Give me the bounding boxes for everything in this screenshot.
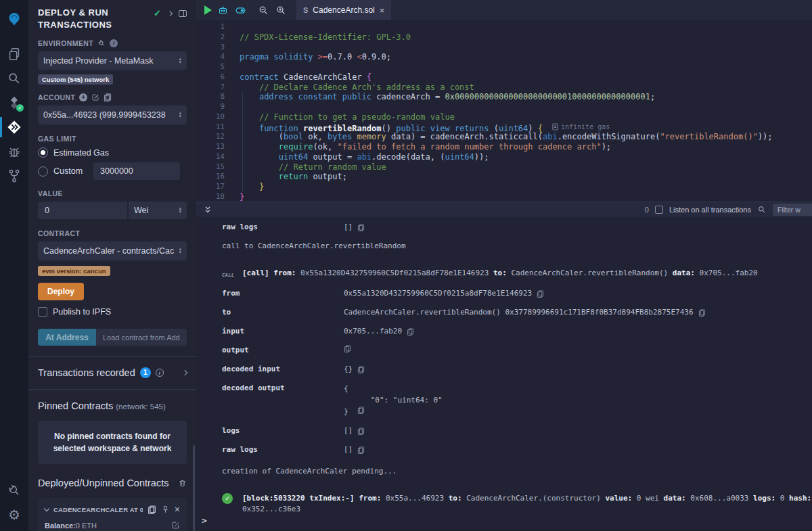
line-number: 13	[196, 142, 225, 152]
copy-icon[interactable]	[357, 366, 365, 373]
tab-cadencearch-sol[interactable]: S CadenceArch.sol ×	[296, 0, 391, 20]
solidity-compiler-icon[interactable]: ✓	[0, 91, 28, 115]
forward-chevron-icon[interactable]	[167, 10, 173, 16]
line-number: 9	[196, 102, 225, 112]
listen-all-checkbox[interactable]	[655, 206, 663, 214]
terminal-call-entry[interactable]: CALL[call] from: 0x55a1320D432759960C5Df…	[222, 268, 812, 279]
terminal-row-value: { "0": "uint64: 0"}	[344, 383, 443, 417]
terminal-log-line: call to CadenceArchCaler.revertibleRando…	[222, 241, 812, 252]
terminal-output: raw logs[]call to CadenceArchCaler.rever…	[196, 216, 812, 530]
pending-tx-count: 0	[645, 206, 649, 214]
line-number: 6	[196, 72, 225, 83]
copilot-toggle-icon[interactable]	[231, 0, 249, 20]
add-account-icon[interactable]: +	[79, 93, 87, 101]
terminal-row-value: []	[344, 425, 365, 436]
terminal-search-icon[interactable]	[757, 205, 767, 214]
ai-assistant-icon[interactable]	[214, 0, 231, 20]
contract-label: CONTRACT	[38, 229, 80, 237]
remix-logo-icon	[0, 1, 28, 37]
terminal-log-line: creation of CadenceArchCaler pending...	[222, 466, 812, 477]
terminal-row-label: to	[222, 307, 344, 318]
remove-contract-icon[interactable]: ×	[175, 505, 180, 514]
line-number: 15	[196, 162, 225, 172]
copy-icon[interactable]	[357, 407, 365, 414]
code-line: 17 }	[196, 182, 812, 192]
debugger-icon[interactable]	[0, 139, 28, 164]
terminal-row-value: {}	[344, 364, 365, 375]
terminal-kv-row: decoded output{ "0": "uint64: 0"}	[222, 383, 812, 417]
transactions-info-icon[interactable]: i	[156, 369, 164, 377]
transactions-recorded-label: Transactions recorded	[38, 367, 135, 378]
solidity-file-icon: S	[303, 6, 308, 14]
tab-label: CadenceArch.sol	[313, 5, 374, 15]
terminal-filter-input[interactable]	[773, 204, 812, 216]
zoom-out-icon[interactable]	[254, 0, 272, 20]
run-script-icon[interactable]	[196, 0, 214, 20]
line-number: 3	[196, 43, 225, 53]
estimated-gas-radio[interactable]: Estimated Gas	[38, 147, 187, 158]
pinned-network-label: (network: 545)	[116, 402, 166, 411]
environment-info-icon[interactable]: i	[110, 39, 118, 47]
plugin-manager-icon[interactable]	[0, 478, 28, 503]
pinned-empty-message: No pinned contracts found for selected w…	[38, 421, 187, 464]
pin-contract-icon[interactable]	[161, 505, 170, 514]
value-unit-select[interactable]: Wei ▴▾	[129, 202, 187, 219]
terminal-row-value: []	[344, 444, 365, 455]
copy-icon[interactable]	[357, 428, 365, 435]
terminal-kv-row: raw logs[]	[222, 444, 812, 455]
code-editor[interactable]: 12// SPDX-License-Identifier: GPL-3.034p…	[196, 20, 812, 202]
copy-icon[interactable]	[537, 290, 544, 298]
edit-balance-icon[interactable]	[171, 521, 180, 530]
copy-icon[interactable]	[357, 224, 365, 231]
copy-icon[interactable]	[357, 446, 365, 454]
account-select[interactable]: 0x55a...46923 (999.9999453238 ▴▾	[38, 106, 187, 124]
close-tab-icon[interactable]: ×	[380, 5, 385, 16]
deploy-run-panel: DEPLOY & RUN TRANSACTIONS ✓ ENVIRONMENT …	[28, 0, 196, 531]
deploy-run-icon[interactable]	[0, 115, 28, 139]
copy-icon[interactable]	[344, 345, 351, 352]
code-line: 8 address constant public cadenceArch = …	[196, 92, 812, 102]
line-number: 12	[196, 132, 225, 142]
terminal-kv-row: output	[222, 345, 812, 356]
zoom-in-icon[interactable]	[272, 0, 290, 20]
git-icon[interactable]	[0, 164, 28, 188]
transactions-expand-icon[interactable]	[182, 370, 187, 375]
search-icon[interactable]	[0, 66, 28, 91]
clear-deployed-trash-icon[interactable]	[178, 479, 187, 488]
select-arrows-icon: ▴▾	[179, 248, 181, 254]
sign-message-icon[interactable]	[91, 93, 99, 101]
publish-ipfs-checkbox[interactable]: Publish to IPFS	[38, 307, 187, 317]
network-badge: Custom (545) network	[38, 74, 113, 85]
terminal-row-label: decoded input	[222, 364, 344, 375]
contract-select[interactable]: CadenceArchCaler - contracts/Cac ▴▾	[38, 241, 187, 260]
terminal-toolbar: 0 Listen on all transactions	[196, 202, 812, 216]
custom-gas-radio[interactable]: Custom	[38, 162, 187, 180]
line-number: 11	[196, 122, 225, 133]
terminal-collapse-icon[interactable]	[203, 205, 212, 214]
collapse-contract-icon[interactable]	[44, 505, 49, 511]
terminal-kv-row: logs[]	[222, 425, 812, 436]
account-label: ACCOUNT	[38, 93, 75, 101]
copy-icon[interactable]	[698, 309, 706, 317]
copy-account-icon[interactable]	[104, 93, 112, 101]
transactions-count-badge: 1	[140, 367, 151, 378]
line-number: 1	[196, 22, 225, 32]
file-explorer-icon[interactable]	[0, 42, 28, 66]
environment-select[interactable]: Injected Provider - MetaMask ▴▾	[38, 51, 187, 70]
at-address-button[interactable]: At Address	[38, 329, 96, 346]
settings-icon[interactable]: ⚙	[0, 503, 28, 527]
copy-address-icon[interactable]	[148, 505, 156, 514]
value-input[interactable]	[38, 202, 127, 219]
terminal-prompt[interactable]: >	[202, 515, 207, 526]
pin-panel-icon[interactable]	[179, 10, 187, 17]
value-label: VALUE	[38, 189, 63, 198]
line-number: 8	[196, 92, 225, 102]
at-address-input[interactable]	[96, 329, 187, 346]
deploy-button[interactable]: Deploy	[38, 283, 84, 300]
terminal-row-label: raw logs	[222, 222, 344, 233]
custom-gas-input[interactable]	[93, 162, 180, 180]
copy-icon[interactable]	[407, 328, 414, 336]
terminal-block-entry[interactable]: ✓[block:5033220 txIndex:-] from: 0x55a..…	[222, 493, 812, 515]
side-panel-scrollbar[interactable]	[193, 445, 195, 531]
code-lines: 12// SPDX-License-Identifier: GPL-3.034p…	[196, 22, 812, 202]
